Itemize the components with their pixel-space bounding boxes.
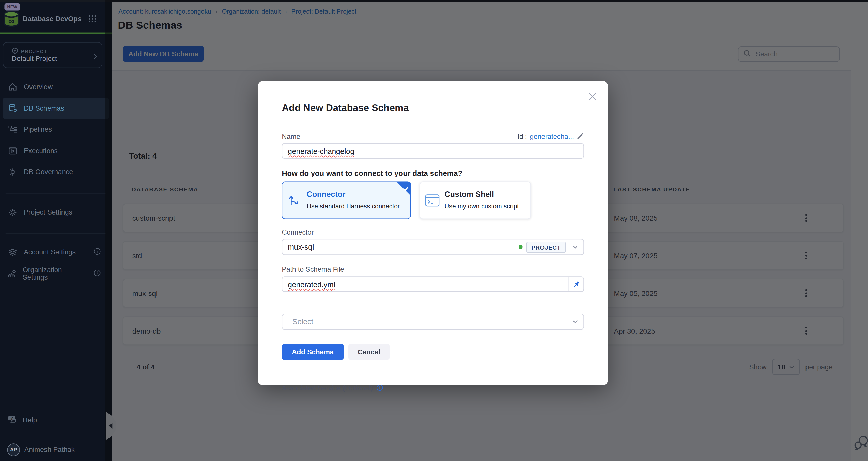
sidebar-item-db-schemas[interactable]: DB Schemas bbox=[3, 98, 109, 119]
sidebar-item-overview[interactable]: Overview bbox=[0, 76, 112, 98]
id-value-link[interactable]: generatecha... bbox=[530, 133, 574, 141]
sidebar-item-help[interactable]: ? Help bbox=[0, 410, 112, 431]
info-icon[interactable] bbox=[94, 248, 101, 257]
chevron-right-icon bbox=[93, 52, 97, 62]
check-icon bbox=[403, 184, 409, 193]
play-square-icon bbox=[8, 146, 18, 155]
connector-status-dot bbox=[519, 245, 522, 249]
pin-runtime-input-segment[interactable] bbox=[568, 277, 583, 291]
name-input[interactable]: generate-changelog bbox=[282, 143, 584, 159]
sidebar-item-executions[interactable]: Executions bbox=[0, 140, 112, 161]
edit-id-pencil-icon[interactable] bbox=[577, 132, 584, 141]
sidebar-item-organization-settings[interactable]: Organization Settings bbox=[0, 263, 112, 285]
sidebar-divider bbox=[6, 233, 106, 234]
modal-title: Add New Database Schema bbox=[282, 102, 409, 114]
scope-badge: PROJECT bbox=[526, 241, 566, 253]
service-select[interactable]: - Select - bbox=[282, 314, 584, 330]
service-label: Associated Service (Optional) bbox=[282, 384, 373, 392]
screen: NEW ∞ Database DevOps bbox=[0, 0, 868, 461]
branch-arrows-icon bbox=[282, 194, 307, 207]
avatar: AP bbox=[7, 443, 20, 456]
name-label: Name bbox=[282, 133, 300, 141]
user-menu[interactable]: AP Animesh Pathak bbox=[0, 441, 112, 458]
path-input[interactable]: generated.yml bbox=[282, 276, 584, 292]
sidebar-nav: Overview DB Schemas Pipe bbox=[0, 76, 112, 183]
chevron-down-icon bbox=[572, 320, 578, 323]
gear-icon bbox=[8, 168, 18, 177]
connector-select[interactable]: mux-sql PROJECT bbox=[282, 239, 584, 255]
sidebar-item-pipelines[interactable]: Pipelines bbox=[0, 119, 112, 140]
gear-icon bbox=[8, 208, 18, 217]
path-label: Path to Schema File bbox=[282, 266, 344, 273]
database-devops-logo-icon[interactable]: ∞ bbox=[3, 10, 20, 29]
module-accent-divider bbox=[0, 33, 112, 34]
id-prefix: Id : bbox=[517, 133, 527, 141]
project-selector[interactable]: PROJECT Default Project bbox=[3, 42, 102, 68]
info-icon[interactable] bbox=[94, 270, 101, 278]
thumbtack-icon bbox=[572, 281, 580, 288]
app-title: Database DevOps bbox=[23, 15, 82, 23]
sidebar: NEW ∞ Database DevOps bbox=[0, 0, 112, 461]
add-schema-modal: Add New Database Schema Name Id : genera… bbox=[258, 81, 608, 385]
org-chart-gear-icon bbox=[8, 270, 17, 278]
project-name: Default Project bbox=[12, 55, 57, 63]
user-name: Animesh Pathak bbox=[24, 446, 75, 454]
home-icon bbox=[8, 83, 18, 91]
service-placeholder: - Select - bbox=[288, 318, 318, 326]
option-title: Connector bbox=[307, 190, 400, 199]
chevron-down-icon bbox=[572, 245, 578, 249]
connector-value: mux-sql bbox=[288, 243, 314, 251]
option-description: Use standard Harness connector bbox=[307, 203, 400, 210]
terminal-icon bbox=[420, 194, 445, 207]
connector-label: Connector bbox=[282, 228, 314, 236]
pipelines-icon bbox=[8, 126, 18, 134]
add-schema-button[interactable]: Add Schema bbox=[282, 344, 344, 360]
option-description: Use my own custom script bbox=[444, 203, 519, 210]
svg-text:∞: ∞ bbox=[8, 16, 14, 26]
option-title: Custom Shell bbox=[444, 190, 519, 199]
database-gear-icon bbox=[8, 104, 18, 113]
project-kind-label: PROJECT bbox=[21, 49, 48, 54]
help-chat-icon: ? bbox=[8, 415, 17, 425]
close-icon[interactable] bbox=[588, 92, 597, 101]
layers-gear-icon bbox=[8, 248, 18, 257]
connect-question: How do you want to connect to your data … bbox=[282, 169, 462, 178]
module-switcher-icon[interactable] bbox=[89, 15, 97, 25]
option-card-connector[interactable]: Connector Use standard Harness connector bbox=[282, 182, 411, 219]
sidebar-item-db-governance[interactable]: DB Governance bbox=[0, 161, 112, 183]
cube-icon bbox=[12, 47, 18, 55]
info-icon[interactable] bbox=[376, 383, 383, 393]
entity-id: Id : generatecha... bbox=[517, 132, 584, 141]
svg-text:?: ? bbox=[11, 416, 13, 420]
cancel-button[interactable]: Cancel bbox=[348, 344, 390, 360]
new-badge: NEW bbox=[4, 3, 20, 10]
sidebar-item-account-settings[interactable]: Account Settings bbox=[0, 242, 112, 263]
sidebar-divider bbox=[6, 194, 106, 194]
option-card-custom-shell[interactable]: Custom Shell Use my own custom script bbox=[420, 182, 531, 219]
sidebar-item-project-settings[interactable]: Project Settings bbox=[0, 202, 112, 223]
